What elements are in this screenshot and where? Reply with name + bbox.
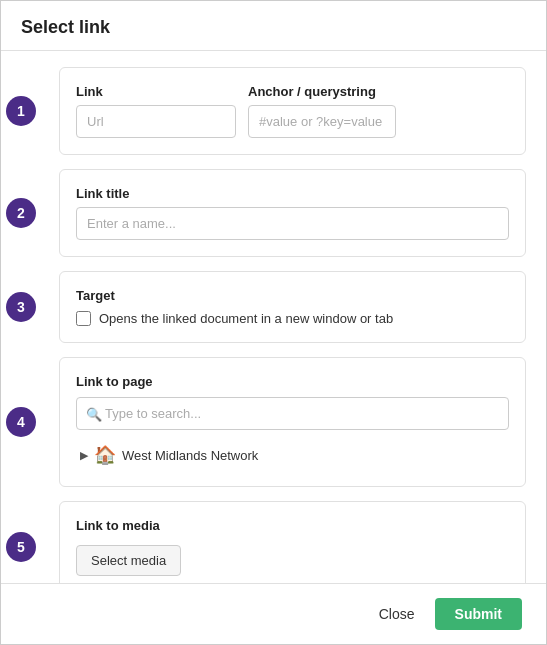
- step-badge-5: 5: [6, 532, 36, 562]
- home-icon: 🏠: [94, 444, 116, 466]
- url-input[interactable]: [76, 105, 236, 138]
- step-badge-3: 3: [6, 292, 36, 322]
- target-label: Target: [76, 288, 509, 303]
- page-title: Select link: [21, 17, 526, 38]
- target-description: Opens the linked document in a new windo…: [99, 311, 393, 326]
- step-badge-4: 4: [6, 407, 36, 437]
- tree-item-label: West Midlands Network: [122, 448, 258, 463]
- select-media-button[interactable]: Select media: [76, 545, 181, 576]
- tree-item-home[interactable]: ▶ 🏠 West Midlands Network: [76, 436, 509, 470]
- anchor-label: Anchor / querystring: [248, 84, 396, 99]
- tree-arrow-icon: ▶: [80, 449, 88, 462]
- step-badge-2: 2: [6, 198, 36, 228]
- submit-button[interactable]: Submit: [435, 598, 522, 630]
- close-button[interactable]: Close: [375, 600, 419, 628]
- link-to-media-label: Link to media: [76, 518, 509, 533]
- link-title-input[interactable]: [76, 207, 509, 240]
- link-to-page-label: Link to page: [76, 374, 509, 389]
- link-label: Link: [76, 84, 236, 99]
- page-search-input[interactable]: [76, 397, 509, 430]
- search-icon: 🔍: [86, 406, 102, 421]
- step-badge-1: 1: [6, 96, 36, 126]
- link-title-label: Link title: [76, 186, 509, 201]
- anchor-input[interactable]: [248, 105, 396, 138]
- target-checkbox[interactable]: [76, 311, 91, 326]
